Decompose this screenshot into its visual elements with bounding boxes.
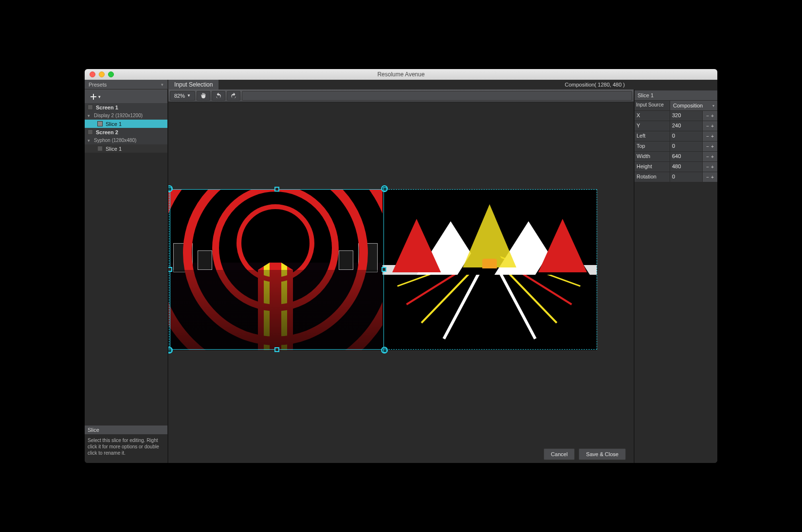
preview-left [168, 190, 383, 350]
plus-icon[interactable]: + [711, 144, 714, 149]
stepper[interactable]: −+ [703, 152, 717, 161]
plus-icon[interactable]: + [711, 154, 714, 160]
chevron-down-icon: ▾ [98, 94, 101, 99]
zoom-value: 82% [174, 93, 185, 99]
chevron-down-icon: ▾ [712, 104, 714, 108]
tab-input-selection[interactable]: Input Selection [168, 80, 219, 89]
prop-row-rotation: Rotation0−+ [635, 172, 717, 182]
minus-icon[interactable]: − [706, 113, 709, 119]
plus-icon[interactable]: + [711, 134, 714, 139]
input-source-dropdown[interactable]: Composition ▾ [670, 101, 717, 110]
properties-panel: Slice 1 Input Source Composition ▾ X320−… [635, 89, 717, 463]
properties-title: Slice 1 [635, 90, 717, 100]
stepper[interactable]: −+ [703, 121, 717, 131]
stepper[interactable]: −+ [703, 131, 717, 141]
stepper[interactable]: −+ [703, 172, 717, 182]
prop-value[interactable]: 0 [670, 172, 702, 182]
plus-icon[interactable]: + [711, 175, 714, 180]
toolbar: 82% ▼ [168, 89, 634, 102]
prop-label: Width [635, 152, 670, 161]
disclosure-triangle-icon[interactable]: ▾ [88, 113, 90, 118]
undo-button[interactable] [212, 91, 225, 101]
prop-label: Left [635, 131, 670, 141]
toolbar-spacer [242, 91, 632, 101]
preview-right [383, 190, 597, 350]
tree-label: Screen 2 [96, 129, 118, 135]
tree-label: Slice 1 [106, 121, 122, 127]
tree-slice-1b[interactable]: Slice 1 [85, 144, 167, 153]
canvas[interactable] [168, 102, 634, 445]
presets-header[interactable]: Presets ▾ [85, 80, 167, 89]
chevron-down-icon: ▾ [161, 82, 164, 87]
cancel-button[interactable]: Cancel [544, 448, 575, 460]
save-close-button[interactable]: Save & Close [579, 448, 626, 460]
add-button[interactable]: ▾ [85, 89, 167, 103]
prop-label: Y [635, 121, 670, 131]
sidebar: ▾ Screen 1 ▾ Display 2 (1920x1200) Slice… [85, 89, 167, 463]
prop-value[interactable]: 320 [670, 111, 702, 121]
disclosure-triangle-icon[interactable]: ▾ [88, 138, 90, 143]
composition-size-label: Composition( 1280, 480 ) [565, 82, 625, 88]
prop-label: Rotation [635, 172, 670, 182]
minus-icon[interactable]: − [706, 134, 709, 139]
stepper[interactable]: −+ [703, 111, 717, 121]
prop-row-width: Width640−+ [635, 152, 717, 161]
presets-header-label: Presets [89, 82, 107, 88]
prop-label: X [635, 111, 670, 121]
app-window: Resolume Avenue Presets ▾ Input Selectio… [85, 69, 717, 463]
input-source-value: Composition [673, 103, 703, 108]
input-source-row: Input Source Composition ▾ [635, 101, 717, 110]
plus-icon[interactable]: + [711, 164, 714, 170]
checkbox-icon[interactable] [88, 129, 93, 135]
prop-value[interactable]: 0 [670, 142, 702, 151]
prop-row-x: X320−+ [635, 111, 717, 121]
zoom-dropdown[interactable]: 82% ▼ [170, 91, 195, 101]
footer: Cancel Save & Close [168, 445, 634, 463]
tree-slice-1a[interactable]: Slice 1 [85, 120, 167, 128]
composition-preview [168, 190, 597, 350]
tree-screen-1[interactable]: Screen 1 [85, 103, 167, 111]
minus-icon[interactable]: − [706, 124, 709, 129]
tree-label: Syphon (1280x480) [94, 138, 136, 143]
help-text: Select this slice for editing. Right cli… [85, 434, 167, 463]
redo-button[interactable] [227, 91, 240, 101]
window-title: Resolume Avenue [85, 71, 717, 78]
minus-icon[interactable]: − [706, 144, 709, 149]
tree-screen-2[interactable]: Screen 2 [85, 128, 167, 136]
plus-icon[interactable]: + [711, 113, 714, 119]
prop-value[interactable]: 480 [670, 162, 702, 172]
tree-label: Slice 1 [106, 146, 122, 152]
minus-icon[interactable]: − [706, 175, 709, 180]
checkbox-icon[interactable] [97, 146, 103, 151]
screen-tree: Screen 1 ▾ Display 2 (1920x1200) Slice 1… [85, 103, 167, 426]
prop-label: Height [635, 162, 670, 172]
stepper[interactable]: −+ [703, 162, 717, 172]
prop-row-height: Height480−+ [635, 162, 717, 172]
editor: 82% ▼ [167, 89, 635, 463]
tree-label: Display 2 (1920x1200) [94, 113, 143, 118]
stepper[interactable]: −+ [703, 142, 717, 151]
prop-value[interactable]: 0 [670, 131, 702, 141]
checkbox-icon[interactable] [97, 121, 103, 126]
help-title: Slice [85, 426, 167, 434]
chevron-down-icon: ▼ [187, 93, 191, 98]
tree-display-2[interactable]: ▾ Display 2 (1920x1200) [85, 111, 167, 120]
prop-row-top: Top0−+ [635, 142, 717, 151]
titlebar[interactable]: Resolume Avenue [85, 69, 717, 80]
pan-tool-button[interactable] [197, 91, 210, 101]
prop-label: Top [635, 142, 670, 151]
prop-row-y: Y240−+ [635, 121, 717, 131]
prop-value[interactable]: 240 [670, 121, 702, 131]
help-panel: Slice Select this slice for editing. Rig… [85, 426, 167, 463]
minus-icon[interactable]: − [706, 164, 709, 170]
checkbox-icon[interactable] [88, 105, 93, 110]
tree-label: Screen 1 [96, 105, 118, 110]
tree-syphon[interactable]: ▾ Syphon (1280x480) [85, 136, 167, 144]
prop-row-left: Left0−+ [635, 131, 717, 141]
minus-icon[interactable]: − [706, 154, 709, 160]
input-source-label: Input Source [635, 101, 670, 110]
plus-icon[interactable]: + [711, 124, 714, 129]
prop-value[interactable]: 640 [670, 152, 702, 161]
